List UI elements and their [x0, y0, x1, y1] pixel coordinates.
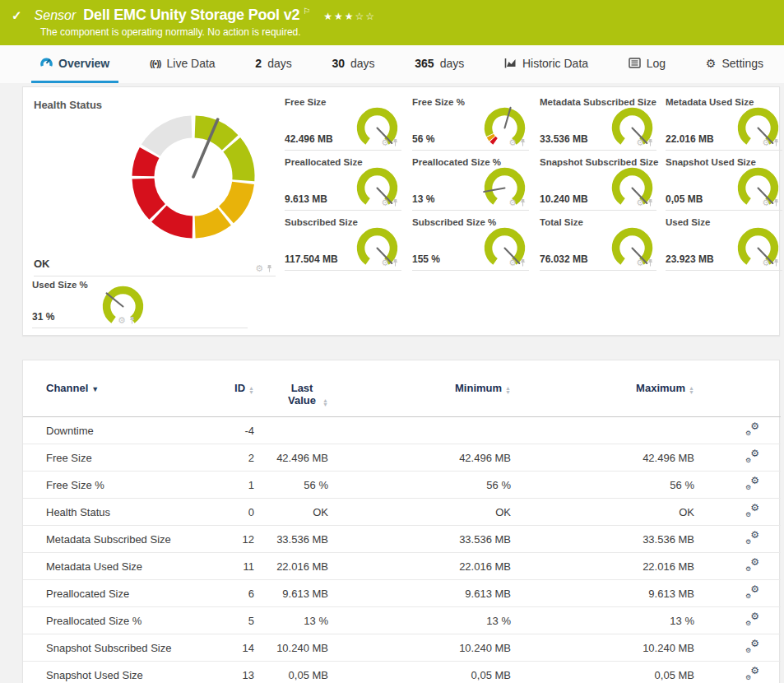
gear-icon[interactable]: ⚙: [508, 258, 517, 267]
gear-icon[interactable]: ⚙: [636, 138, 644, 147]
cell-maximum: 56 %: [511, 472, 694, 499]
cell-minimum: [328, 417, 511, 444]
tab-30-days[interactable]: 30 days: [322, 45, 383, 83]
pin-icon[interactable]: [519, 258, 527, 267]
gear-icon[interactable]: ⚙: [381, 258, 389, 267]
pin-icon[interactable]: [647, 198, 654, 207]
gauge-value: 56 %: [412, 133, 434, 145]
table-row: Free Size 2 42.496 MB 42.496 MB 42.496 M…: [23, 444, 781, 472]
cell-channel: Preallocated Size %: [23, 607, 231, 634]
pin-icon[interactable]: [392, 258, 399, 267]
cell-maximum: 0,05 MB: [511, 662, 694, 683]
gear-icon[interactable]: ⚙: [636, 198, 644, 207]
table-row: Snapshot Subscribed Size 14 10.240 MB 10…: [23, 634, 781, 662]
cell-last-value: OK: [254, 499, 328, 526]
tab-365-days[interactable]: 365 days: [406, 45, 473, 83]
pin-icon[interactable]: [392, 138, 399, 147]
table-header-row: Channel▼ ID▲▼ Last Value▲▼ Minimum▲▼ Max…: [23, 377, 781, 417]
gauge-value: 76.032 MB: [540, 253, 588, 265]
table-row: Metadata Used Size 11 22.016 MB 22.016 M…: [23, 553, 781, 580]
cell-channel: Free Size %: [23, 472, 231, 499]
pin-icon[interactable]: [772, 138, 780, 147]
gear-icon[interactable]: ⚙: [762, 198, 770, 207]
tab-number: 365: [415, 57, 434, 70]
gauge-value: 117.504 MB: [285, 253, 338, 265]
table-row: Preallocated Size % 5 13 % 13 % 13 % ⚙⚙: [23, 607, 781, 634]
tab-overview[interactable]: Overview: [31, 45, 118, 83]
gear-icon[interactable]: ⚙: [508, 138, 517, 147]
gear-icon[interactable]: ⚙: [636, 258, 644, 267]
gear-icon[interactable]: ⚙: [255, 264, 263, 273]
cell-id: 1: [231, 472, 254, 499]
pin-icon[interactable]: [266, 264, 273, 273]
channel-settings-icon[interactable]: ⚙⚙: [745, 450, 759, 462]
gear-icon[interactable]: ⚙: [118, 316, 126, 325]
status-message: The component is operating normally. No …: [40, 26, 301, 38]
channel-settings-icon[interactable]: ⚙⚙: [745, 640, 759, 653]
sort-desc-icon: ▼: [91, 385, 99, 393]
channel-settings-icon[interactable]: ⚙⚙: [745, 532, 759, 544]
gear-icon[interactable]: ⚙: [381, 198, 389, 207]
tab-number: 2: [255, 57, 262, 70]
gauge-card-free-size-pct: Free Size % 56 % ⚙: [412, 95, 529, 151]
header-channel[interactable]: Channel▼: [23, 377, 231, 417]
log-list-icon: [629, 58, 641, 68]
gauge-card-used-size-pct: Used Size % 31 % ⚙: [32, 278, 248, 328]
cell-minimum: 33.536 MB: [328, 526, 511, 553]
cell-channel: Metadata Used Size: [23, 553, 231, 580]
pin-icon[interactable]: [647, 138, 654, 147]
cell-id: 13: [231, 662, 254, 683]
sensor-status-banner: ✓ Sensor Dell EMC Unity Storage Pool v2 …: [0, 0, 784, 45]
priority-flag-icon[interactable]: ⚐: [303, 7, 310, 16]
gear-icon[interactable]: ⚙: [762, 258, 770, 267]
gear-icon[interactable]: ⚙: [508, 198, 517, 207]
pin-icon[interactable]: [647, 258, 654, 267]
sensor-tabbar: Overview ((•)) Live Data 2 days 30 days …: [0, 45, 784, 83]
cell-id: 0: [231, 499, 254, 526]
table-row: Metadata Subscribed Size 12 33.536 MB 33…: [23, 526, 781, 553]
channel-settings-icon[interactable]: ⚙⚙: [745, 586, 759, 598]
cell-channel: Downtime: [23, 417, 231, 444]
header-id[interactable]: ID▲▼: [231, 377, 254, 417]
channel-settings-icon[interactable]: ⚙⚙: [745, 613, 759, 625]
cell-id: 11: [231, 553, 254, 580]
channel-settings-icon[interactable]: ⚙⚙: [745, 477, 759, 490]
channel-settings-icon[interactable]: ⚙⚙: [745, 423, 759, 435]
tab-log[interactable]: Log: [619, 45, 675, 83]
tab-settings[interactable]: ⚙ Settings: [697, 45, 772, 83]
gear-icon[interactable]: ⚙: [381, 138, 389, 147]
cell-minimum: 22.016 MB: [328, 553, 511, 580]
header-minimum[interactable]: Minimum▲▼: [328, 377, 511, 417]
pin-icon[interactable]: [128, 316, 136, 325]
pin-icon[interactable]: [392, 198, 399, 207]
pin-icon[interactable]: [772, 198, 780, 207]
cell-channel: Health Status: [23, 499, 231, 526]
sensor-title: Dell EMC Unity Storage Pool v2: [83, 7, 299, 24]
health-status-gauge: [119, 103, 267, 251]
channel-settings-icon[interactable]: ⚙⚙: [745, 504, 759, 517]
cell-minimum: 0,05 MB: [328, 662, 511, 683]
gauge-value: 31 %: [32, 311, 54, 323]
header-last-value[interactable]: Last Value▲▼: [254, 377, 328, 417]
gauge-card-metadata-subscribed: Metadata Subscribed Size 33.536 MB ⚙: [540, 95, 656, 151]
channel-settings-icon[interactable]: ⚙⚙: [745, 667, 759, 680]
table-row: Snapshot Used Size 13 0,05 MB 0,05 MB 0,…: [23, 662, 781, 683]
pin-icon[interactable]: [519, 138, 527, 147]
status-check-icon: ✓: [12, 8, 22, 23]
gear-icon[interactable]: ⚙: [762, 138, 770, 147]
tab-2-days[interactable]: 2 days: [246, 45, 300, 83]
cell-minimum: 10.240 MB: [328, 634, 511, 662]
gauge-card-preallocated-pct: Preallocated Size % 13 % ⚙: [412, 156, 529, 211]
cell-maximum: OK: [511, 499, 694, 526]
pin-icon[interactable]: [772, 258, 780, 267]
channel-settings-icon[interactable]: ⚙⚙: [745, 559, 759, 571]
gauge-card-subscribed-pct: Subscribed Size % 155 % ⚙: [412, 216, 529, 271]
tab-historic-data[interactable]: Historic Data: [495, 45, 597, 83]
pin-icon[interactable]: [519, 198, 527, 207]
priority-stars[interactable]: ★★★☆☆: [323, 11, 376, 22]
tab-live-data[interactable]: ((•)) Live Data: [141, 45, 225, 83]
gauge-value: 9.613 MB: [285, 193, 327, 205]
cell-minimum: 13 %: [328, 607, 511, 634]
cell-id: -4: [231, 417, 254, 444]
header-maximum[interactable]: Maximum▲▼: [511, 377, 694, 417]
